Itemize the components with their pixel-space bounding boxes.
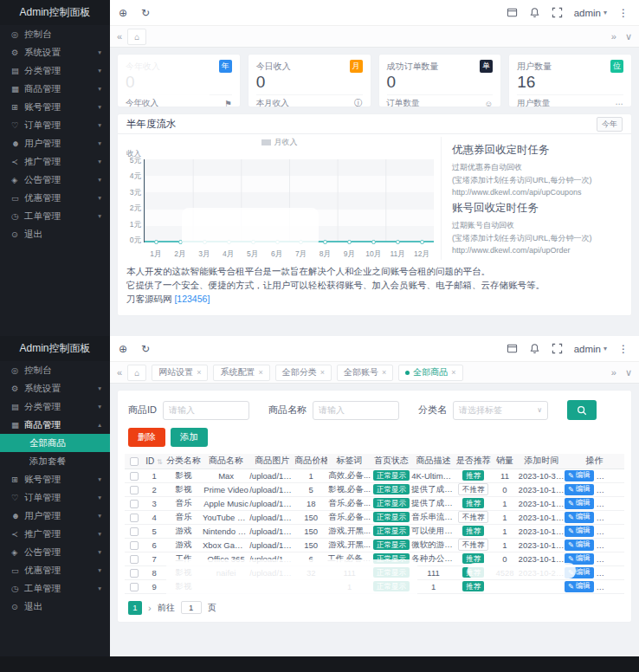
sidebar-item[interactable]: ▤ 分类管理 ▾: [0, 397, 110, 416]
user-menu[interactable]: admin ▾: [574, 8, 607, 18]
brand-link[interactable]: [123456]: [174, 294, 210, 304]
close-icon[interactable]: ×: [451, 368, 455, 377]
row-checkbox[interactable]: [130, 527, 139, 536]
delete-button[interactable]: 删除: [128, 428, 165, 447]
sidebar-item[interactable]: ▭ 优惠管理 ▾: [0, 561, 110, 579]
row-delete-button[interactable]: ✕删除: [596, 498, 624, 509]
tabs-scroll-left-icon[interactable]: «: [117, 367, 122, 378]
tabs-menu-icon[interactable]: ∨: [625, 367, 632, 378]
tab-chip-home[interactable]: ⌂: [127, 29, 146, 45]
edit-button[interactable]: ✎编辑: [565, 526, 594, 537]
table-header-cell[interactable]: 分类名称: [165, 454, 203, 468]
tab-chip[interactable]: 全部账号 ×: [337, 365, 393, 381]
add-button[interactable]: 添加: [171, 428, 208, 447]
tab-chip[interactable]: 系统配置 ×: [213, 365, 269, 381]
row-delete-button[interactable]: ✕删除: [596, 567, 624, 578]
more-menu-icon[interactable]: ⋮: [618, 343, 629, 355]
tabs-scroll-right-icon[interactable]: »: [611, 367, 616, 378]
product-name-input[interactable]: [313, 401, 399, 420]
sidebar-item[interactable]: ◷ 工单管理 ▾: [0, 207, 110, 225]
sidebar-item[interactable]: ▭ 优惠管理 ▾: [0, 189, 110, 207]
range-button[interactable]: 今年: [597, 117, 623, 132]
close-icon[interactable]: ×: [320, 368, 325, 377]
page-number[interactable]: 1: [128, 601, 142, 615]
page-jump-input[interactable]: [181, 601, 202, 614]
language-globe-icon[interactable]: ⊕: [119, 343, 127, 355]
chart-legend[interactable]: 月收入: [125, 137, 434, 149]
sidebar-item[interactable]: ⊞ 账号管理 ▾: [0, 98, 110, 116]
language-globe-icon[interactable]: ⊕: [119, 7, 127, 19]
edit-button[interactable]: ✎编辑: [565, 540, 594, 551]
table-header-cell[interactable]: 首页状态: [371, 454, 411, 468]
table-header-cell[interactable]: 商品描述: [411, 454, 455, 468]
bell-icon[interactable]: [529, 343, 540, 354]
refresh-icon[interactable]: ↻: [141, 343, 150, 355]
window-icon[interactable]: [507, 343, 518, 354]
row-checkbox[interactable]: [130, 541, 139, 550]
table-header-cell[interactable]: 商品价格 ⇅: [294, 454, 327, 468]
sidebar-item[interactable]: ◎ 控制台: [0, 361, 110, 379]
table-header-cell[interactable]: 商品名称: [203, 454, 249, 468]
sidebar-item[interactable]: 全部商品: [0, 434, 110, 452]
sidebar-item[interactable]: ☻ 用户管理 ▾: [0, 134, 110, 152]
sidebar-item[interactable]: ◈ 公告管理 ▾: [0, 171, 110, 189]
edit-button[interactable]: ✎编辑: [565, 470, 594, 481]
sidebar-item[interactable]: ▦ 商品管理 ▴: [0, 416, 110, 434]
row-checkbox[interactable]: [130, 486, 139, 494]
row-checkbox[interactable]: [130, 569, 139, 578]
tab-chip-home[interactable]: ⌂: [127, 365, 146, 381]
fullscreen-icon[interactable]: [552, 343, 563, 354]
edit-button[interactable]: ✎编辑: [565, 498, 594, 509]
edit-button[interactable]: ✎编辑: [565, 581, 594, 592]
tab-chip[interactable]: 网站设置 ×: [152, 365, 208, 381]
sidebar-item[interactable]: ▦ 商品管理 ▾: [0, 80, 110, 98]
sidebar-item[interactable]: ≺ 推广管理 ▾: [0, 152, 110, 171]
table-header-cell[interactable]: 添加时间: [519, 454, 565, 468]
table-header-cell[interactable]: 操作: [565, 454, 624, 468]
tabs-menu-icon[interactable]: ∨: [625, 31, 632, 42]
row-delete-button[interactable]: ✕删除: [596, 540, 624, 551]
close-icon[interactable]: ×: [258, 368, 262, 377]
row-checkbox[interactable]: [130, 500, 139, 508]
row-delete-button[interactable]: ✕删除: [596, 553, 624, 565]
sidebar-item[interactable]: ♡ 订单管理 ▾: [0, 116, 110, 134]
table-header-cell[interactable]: 商品图片: [249, 454, 294, 468]
row-delete-button[interactable]: ✕删除: [596, 470, 624, 481]
sidebar-item[interactable]: ◷ 工单管理 ▾: [0, 579, 110, 598]
sort-icon[interactable]: ⇅: [157, 458, 163, 466]
next-page-icon[interactable]: ›: [148, 603, 152, 613]
sidebar-item[interactable]: ♡ 订单管理 ▾: [0, 488, 110, 507]
close-icon[interactable]: ×: [197, 368, 201, 377]
bell-icon[interactable]: [529, 7, 540, 18]
row-checkbox[interactable]: [130, 583, 139, 591]
row-delete-button[interactable]: ✕删除: [596, 581, 624, 592]
fullscreen-icon[interactable]: [552, 7, 563, 18]
category-select[interactable]: 请选择标签 ∨: [453, 401, 548, 420]
sidebar-item[interactable]: ☻ 用户管理 ▾: [0, 507, 110, 525]
sidebar-item[interactable]: ◎ 控制台: [0, 25, 110, 43]
table-header-cell[interactable]: 标签词: [327, 454, 371, 468]
tab-chip[interactable]: 全部商品 ×: [398, 365, 462, 381]
row-delete-button[interactable]: ✕删除: [596, 484, 624, 495]
sidebar-item[interactable]: ≺ 推广管理 ▾: [0, 525, 110, 543]
row-checkbox[interactable]: [130, 555, 139, 564]
sidebar-item[interactable]: ⊞ 账号管理 ▾: [0, 470, 110, 488]
tabs-scroll-left-icon[interactable]: «: [117, 31, 122, 42]
sidebar-item[interactable]: ⚙ 系统设置 ▾: [0, 43, 110, 61]
row-checkbox[interactable]: [130, 472, 139, 481]
search-button[interactable]: [567, 400, 597, 420]
sidebar-item[interactable]: 添加套餐: [0, 452, 110, 470]
row-delete-button[interactable]: ✕删除: [596, 526, 624, 537]
sidebar-item[interactable]: ◈ 公告管理 ▾: [0, 543, 110, 561]
select-all-checkbox[interactable]: [130, 457, 139, 466]
tabs-scroll-right-icon[interactable]: »: [611, 31, 616, 42]
sidebar-item[interactable]: ⊙ 退出: [0, 598, 110, 616]
product-id-input[interactable]: [163, 401, 249, 420]
row-checkbox[interactable]: [130, 514, 139, 522]
table-header-cell[interactable]: [125, 454, 144, 468]
table-header-cell[interactable]: 是否推荐: [455, 454, 492, 468]
edit-button[interactable]: ✎编辑: [565, 484, 594, 495]
sidebar-item[interactable]: ⊙ 退出: [0, 225, 110, 243]
tab-chip[interactable]: 全部分类 ×: [275, 365, 332, 381]
refresh-icon[interactable]: ↻: [141, 7, 150, 19]
